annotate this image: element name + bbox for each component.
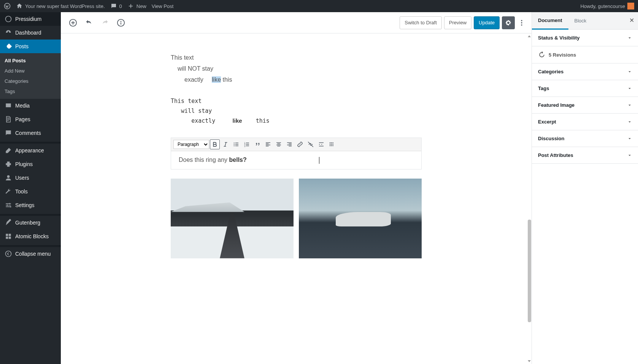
- section-attributes[interactable]: Post Attributes: [532, 147, 638, 164]
- section-discussion[interactable]: Discussion: [532, 130, 638, 147]
- redo-button[interactable]: [98, 16, 112, 30]
- brand-label: Pressidium: [15, 16, 41, 22]
- howdy-user[interactable]: Howdy, gutencourse: [580, 3, 634, 9]
- toolbar-toggle-icon[interactable]: [327, 139, 337, 149]
- sidebar-item-label: Collapse menu: [15, 251, 51, 257]
- wp-logo-icon[interactable]: [4, 3, 11, 9]
- sidebar-item-label: Posts: [15, 43, 29, 49]
- svg-point-1: [6, 16, 11, 22]
- tab-document[interactable]: Document: [532, 12, 568, 30]
- switch-draft-button[interactable]: Switch to Draft: [400, 16, 442, 29]
- verse-block[interactable]: This text will stay exactly like this: [171, 97, 422, 126]
- sidebar-item-label: Plugins: [15, 161, 33, 167]
- preview-button[interactable]: Preview: [444, 16, 471, 29]
- bold-icon[interactable]: [210, 139, 220, 149]
- sidebar-item-label: Dashboard: [15, 30, 41, 36]
- svg-rect-28: [333, 144, 333, 144]
- gallery-image[interactable]: [171, 179, 294, 258]
- sidebar-item-label: Settings: [15, 202, 35, 208]
- sidebar-item-settings[interactable]: Settings: [0, 198, 61, 212]
- update-button[interactable]: Update: [474, 16, 500, 29]
- sub-all-posts[interactable]: All Posts: [0, 55, 61, 66]
- sidebar-item-atomic[interactable]: Atomic Blocks: [0, 229, 61, 243]
- section-status[interactable]: Status & Visibility: [532, 30, 638, 46]
- sidebar-item-posts[interactable]: Posts: [0, 40, 61, 53]
- sub-categories[interactable]: Categories: [0, 76, 61, 86]
- sidebar-item-appearance[interactable]: Appearance: [0, 144, 61, 157]
- ordered-list-icon[interactable]: 123: [242, 139, 252, 149]
- svg-rect-8: [6, 237, 8, 239]
- sidebar-item-label: Users: [15, 175, 29, 181]
- link-icon[interactable]: [295, 139, 305, 149]
- highlighted-text: like: [212, 76, 221, 83]
- sidebar-collapse[interactable]: Collapse menu: [0, 247, 61, 261]
- align-center-icon[interactable]: [274, 139, 284, 149]
- bold-text: bells?: [229, 157, 247, 163]
- site-link[interactable]: Your new super fast WordPress site.: [16, 3, 105, 9]
- sidebar-item-tools[interactable]: Tools: [0, 185, 61, 198]
- brand-item[interactable]: Pressidium: [0, 12, 61, 26]
- sub-add-new[interactable]: Add New: [0, 66, 61, 76]
- text-line: will NOT stay: [171, 63, 422, 74]
- more-menu-button[interactable]: [517, 16, 526, 29]
- insert-more-icon[interactable]: [316, 139, 326, 149]
- svg-rect-7: [9, 234, 11, 236]
- svg-rect-23: [330, 142, 330, 143]
- italic-icon[interactable]: [221, 139, 230, 149]
- scroll-down-icon[interactable]: [528, 360, 531, 363]
- text-line: exactly like this: [171, 74, 422, 85]
- sidebar-item-media[interactable]: Media: [0, 99, 61, 112]
- sidebar-item-pages[interactable]: Pages: [0, 112, 61, 126]
- sub-tags[interactable]: Tags: [0, 86, 61, 97]
- svg-point-16: [521, 24, 522, 25]
- svg-rect-24: [331, 142, 332, 143]
- add-block-button[interactable]: [66, 16, 80, 30]
- posts-submenu: All Posts Add New Categories Tags: [0, 53, 61, 99]
- classic-block[interactable]: Paragraph 123: [171, 138, 422, 169]
- sidebar-item-label: Appearance: [15, 147, 44, 154]
- quote-icon[interactable]: [252, 139, 262, 149]
- sidebar-item-gutenberg[interactable]: Gutenberg: [0, 216, 61, 229]
- section-categories[interactable]: Categories: [532, 63, 638, 80]
- align-right-icon[interactable]: [284, 139, 294, 149]
- info-button[interactable]: [114, 16, 128, 30]
- scrollbar-thumb[interactable]: [528, 220, 531, 322]
- settings-toggle-button[interactable]: [502, 16, 515, 29]
- gallery-block[interactable]: [171, 179, 422, 264]
- svg-point-18: [234, 144, 235, 145]
- bullet-list-icon[interactable]: [231, 139, 241, 149]
- svg-text:3: 3: [244, 145, 245, 147]
- sidebar-item-label: Atomic Blocks: [15, 233, 49, 239]
- format-select[interactable]: Paragraph: [173, 140, 209, 149]
- comments-link[interactable]: 0: [110, 3, 122, 9]
- svg-point-4: [7, 204, 8, 206]
- unlink-icon[interactable]: [306, 139, 316, 149]
- undo-button[interactable]: [82, 16, 96, 30]
- sidebar-item-users[interactable]: Users: [0, 171, 61, 185]
- section-featured[interactable]: Featured Image: [532, 97, 638, 114]
- scroll-up-icon[interactable]: [528, 34, 531, 37]
- gallery-image[interactable]: [299, 179, 422, 258]
- svg-rect-27: [331, 144, 332, 144]
- svg-point-5: [10, 206, 11, 207]
- admin-bar: Your new super fast WordPress site. 0 Ne…: [0, 0, 638, 12]
- sidebar-item-comments[interactable]: Comments: [0, 126, 61, 140]
- sidebar-item-plugins[interactable]: Plugins: [0, 157, 61, 171]
- settings-panel: Document Block ✕ Status & Visibility 5 R…: [532, 12, 638, 364]
- svg-rect-30: [331, 145, 332, 146]
- paragraph-block[interactable]: This text will NOT stay exactly like thi…: [171, 52, 422, 85]
- editor-area: Switch to Draft Preview Update This text…: [61, 12, 532, 364]
- view-post-link[interactable]: View Post: [152, 3, 174, 9]
- revisions-link[interactable]: 5 Revisions: [532, 46, 638, 63]
- editor-canvas[interactable]: This text will NOT stay exactly like thi…: [61, 33, 532, 364]
- new-link[interactable]: New: [127, 3, 146, 9]
- close-icon[interactable]: ✕: [629, 17, 634, 24]
- classic-editable[interactable]: Does this ring any bells?: [171, 151, 421, 169]
- sidebar-item-dashboard[interactable]: Dashboard: [0, 26, 61, 40]
- svg-rect-6: [6, 234, 8, 236]
- admin-sidebar: Pressidium Dashboard Posts All Posts Add…: [0, 12, 61, 364]
- align-left-icon[interactable]: [263, 139, 273, 149]
- tab-block[interactable]: Block: [568, 13, 593, 29]
- section-tags[interactable]: Tags: [532, 80, 638, 97]
- section-excerpt[interactable]: Excerpt: [532, 114, 638, 130]
